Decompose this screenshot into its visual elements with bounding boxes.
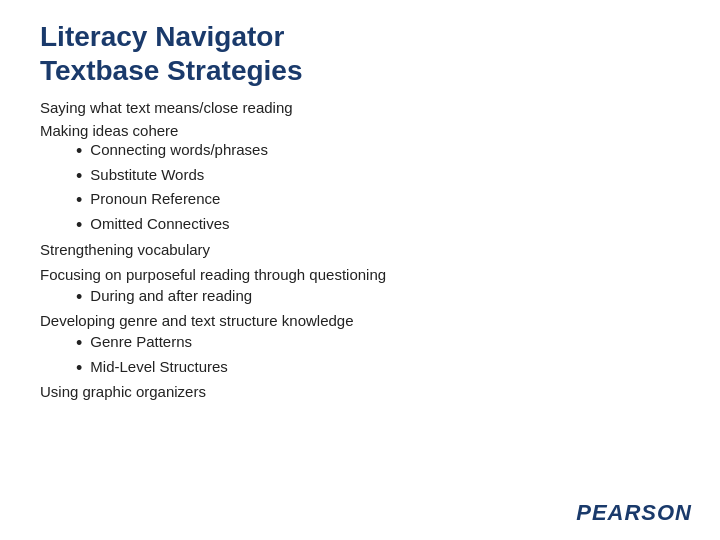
- bullet-text: Mid-Level Structures: [90, 358, 228, 375]
- list-item: • During and after reading: [76, 287, 680, 309]
- bullet-text: Genre Patterns: [90, 333, 192, 350]
- title-line2: Textbase Strategies: [40, 55, 303, 86]
- pearson-logo: PEARSON: [576, 500, 692, 526]
- list-item: • Connecting words/phrases: [76, 141, 680, 163]
- section-saying: Saying what text means/close reading: [40, 99, 680, 116]
- bullet-text: Substitute Words: [90, 166, 204, 183]
- bullet-icon: •: [76, 287, 82, 309]
- bullet-icon: •: [76, 333, 82, 355]
- bullet-text: Connecting words/phrases: [90, 141, 268, 158]
- list-item: • Substitute Words: [76, 166, 680, 188]
- bullet-text: During and after reading: [90, 287, 252, 304]
- section-strengthening: Strengthening vocabulary: [40, 241, 680, 258]
- bullet-icon: •: [76, 166, 82, 188]
- section-using: Using graphic organizers: [40, 383, 680, 400]
- bullet-text: Pronoun Reference: [90, 190, 220, 207]
- page-title: Literacy Navigator Textbase Strategies: [40, 20, 680, 87]
- list-item: • Genre Patterns: [76, 333, 680, 355]
- section-focusing: Focusing on purposeful reading through q…: [40, 266, 680, 283]
- list-item: • Mid-Level Structures: [76, 358, 680, 380]
- bullet-icon: •: [76, 215, 82, 237]
- list-item: • Omitted Connectives: [76, 215, 680, 237]
- list-item: • Pronoun Reference: [76, 190, 680, 212]
- main-content: Literacy Navigator Textbase Strategies S…: [0, 0, 720, 424]
- bullet-icon: •: [76, 190, 82, 212]
- bullet-icon: •: [76, 141, 82, 163]
- bullet-icon: •: [76, 358, 82, 380]
- subheader-making: Making ideas cohere: [40, 122, 680, 139]
- section-developing: Developing genre and text structure know…: [40, 312, 680, 329]
- bullet-text: Omitted Connectives: [90, 215, 229, 232]
- title-line1: Literacy Navigator: [40, 21, 284, 52]
